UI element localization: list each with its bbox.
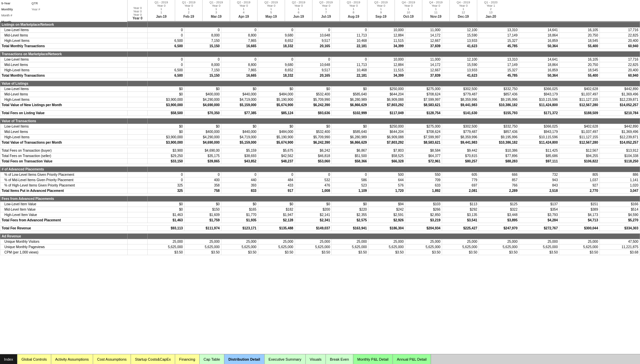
tab-break-even[interactable]: Break Even <box>326 354 353 364</box>
data-scroll-area[interactable]: Listings on Marketplace/Network Low-Leve… <box>0 22 640 354</box>
table-row: Mid-Level Items $0 $400,000 $440,000 $48… <box>0 92 640 97</box>
tab-executive-summary[interactable]: Executive Summary <box>265 354 306 364</box>
table-row-total: Total Fees from Advanced Placement $1,46… <box>0 218 640 223</box>
col-header-oct19: Q4 - 2019 Year 0 1 10 Oct-19 <box>395 0 422 21</box>
table-row: Low-Level Items $0 $0 $0 $0 $0 $0 $250,0… <box>0 86 640 92</box>
table-row: Total Fees on Transaction (buyer) $3,900… <box>0 148 640 153</box>
table-row: High-Level Item Value $1,463 $1,609 $1,7… <box>0 212 640 218</box>
table-row: % of High-Level Items Given Priority Pla… <box>0 183 640 188</box>
col-header-mar19: Q1 - 2019 Year 0 1 3 Mar-19 <box>202 0 230 21</box>
col-header-apr19: Q2 - 2019 Year 0 1 4 Apr-19 <box>230 0 257 21</box>
table-row: Mid-Level Items 0 8,000 8,800 9,680 10,6… <box>0 33 640 38</box>
table-row: Mid-Level Items $0 $400,000 $440,000 $48… <box>0 129 640 135</box>
tab-distribution-detail[interactable]: Distribution Detail <box>224 354 265 364</box>
tab-activity-assumptions[interactable]: Activity Assumptions <box>51 354 93 364</box>
col-header-jul19: Q3 - 2019 Year 0 1 7 Jul-19 <box>312 0 340 21</box>
section-header-transactions: Transactions on Marketplace/Network <box>0 52 640 57</box>
table-row-total-fee-revenue: Total Fee Revenue $93,113 $111,974 $123,… <box>0 226 640 231</box>
row-label: Low-Level Items <box>0 27 128 33</box>
table-row-total: Total Value of New Listings per Month $3… <box>0 102 640 108</box>
tab-cap-table[interactable]: Cap Table <box>200 354 224 364</box>
col-header-jan20: Q1 - 2020 Year 1 2 13 Jan-20 <box>477 0 504 21</box>
tab-cost-assumptions[interactable]: Cost Assumptions <box>93 354 131 364</box>
table-row: Low-Level Items 0 0 0 0 0 0 10,000 11,00… <box>0 27 640 33</box>
section-header-ad-revenue: Ad Revenue <box>0 234 640 239</box>
month-column-header: Month <box>1 20 11 24</box>
table-row: % of Low-Level Items Given Priority Plac… <box>0 172 640 177</box>
col-header-dec19: Q4 - 2019 Year 0 1 12 Dec-19 <box>449 0 477 21</box>
section-header-placements: # of Advanced Placements <box>0 167 640 172</box>
col-header-jun19: Q2 - 2019 Year 0 1 6 Jun-19 <box>285 0 312 21</box>
table-row-standalone: Total Fees on Listing Value $58,500 $70,… <box>0 111 640 116</box>
period-monthly-label: Monthly <box>1 8 28 11</box>
section-header-fees-placements: Fees from Advanced Placements <box>0 196 640 202</box>
period-5year-label: 5-Year <box>1 2 28 5</box>
table-row: Low-Level Items $0 $0 $0 $0 $0 $0 $250,0… <box>0 124 640 129</box>
table-row: High-Level Items $3,900,000 $4,290,000 $… <box>0 135 640 140</box>
table-row-total: Total Fees on Transaction Value $33,150 … <box>0 159 640 164</box>
tabs-bar: Index Global Controls Activity Assumptio… <box>0 354 640 364</box>
table-row: High-Level Items 6,500 7,150 7,865 8,652… <box>0 68 640 73</box>
table-row: Unique Monthly Pageviews 5,625,000 5,625… <box>0 244 640 250</box>
year-label: Year # <box>31 8 40 11</box>
col-header-may19: Q2 - 2019 Year 0 1 5 May-19 <box>257 0 285 21</box>
tab-financing[interactable]: Financing <box>175 354 200 364</box>
tab-visuals[interactable]: Visuals <box>306 354 326 364</box>
table-row: Total Fees on Transaction (seller) $29,2… <box>0 153 640 159</box>
col-header-nov19: Q4 - 2019 Year 0 1 11 Nov-19 <box>422 0 449 21</box>
period-label-area: 5-Year QTR Monthly Year # Month # Month <box>0 0 127 22</box>
tab-monthly-pl[interactable]: Monthly P&L Detail <box>353 354 393 364</box>
table-row: Low-Level Item Value $0 $0 $0 $0 $0 $0 $… <box>0 202 640 207</box>
table-row-total: Total Items Put in Advanced Placement 32… <box>0 188 640 194</box>
col-header-year0: Year 0 Year 0 Year 0 Year 0 <box>127 0 147 21</box>
col-header-sep19: Q3 - 2019 Year 0 1 9 Sep-19 <box>367 0 395 21</box>
table-row: Unique Monthly Visitors 25,000 25,000 25… <box>0 239 640 244</box>
section-header-value-listings: Value of Listings <box>0 81 640 86</box>
table-row: Mid-Level Items 0 8,000 8,800 9,680 10,6… <box>0 62 640 68</box>
table-row: % of Mid-Level Items Given Priority Plac… <box>0 177 640 183</box>
table-row: Low-Level Items 0 0 0 0 0 0 10,000 11,00… <box>0 57 640 62</box>
tab-annual-pl[interactable]: Annual P&L Detail <box>393 354 431 364</box>
table-row-total: Total Value of Transactions per Month $3… <box>0 140 640 145</box>
table-row: Mid-Level Item Value $0 $150 $165 $182 $… <box>0 207 640 212</box>
table-row-total: Total Monthly Transactions 6,500 15,150 … <box>0 44 640 49</box>
qtr-label: QTR <box>31 2 38 5</box>
table-row-total: Total Monthly Transactions 6,500 15,150 … <box>0 73 640 78</box>
col-header-aug19: Q3 - 2019 Year 0 1 8 Aug-19 <box>340 0 367 21</box>
month-label: Month # <box>1 14 28 17</box>
table-row: High-Level Items 6,500 7,150 7,865 8,652… <box>0 38 640 44</box>
col-header-feb19: Q1 - 2019 Year 0 1 2 Feb-19 <box>175 0 202 21</box>
tab-global-controls[interactable]: Global Controls <box>17 354 51 364</box>
col-header-jan19: Q1 - 2019 Year 0 1 1 Jan-19 <box>147 0 175 21</box>
tab-index[interactable]: Index <box>0 354 17 364</box>
tab-startup-costs[interactable]: Startup Costs&CapEx <box>131 354 175 364</box>
table-row: CPM (per 1,000 views) $3.50 $3.50 $3.50 … <box>0 250 640 255</box>
section-header-value-transactions: Value of Transactions <box>0 119 640 124</box>
table-row: High-Level Items $3,900,000 $4,290,000 $… <box>0 97 640 102</box>
